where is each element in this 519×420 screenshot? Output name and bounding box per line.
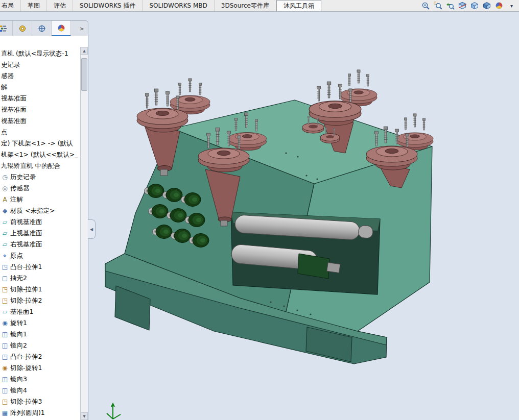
feature-tree-item[interactable]: ◳切除-拉伸2 xyxy=(0,295,81,306)
zoom-to-fit-icon[interactable] xyxy=(421,2,430,10)
feature-tree-item[interactable]: ▱上视基准面 xyxy=(0,228,81,239)
panel-tab-propertymanager[interactable] xyxy=(13,21,32,36)
mirror-icon: ◫ xyxy=(1,387,9,394)
panel-tab-strip: > xyxy=(0,20,88,37)
feature-tree-item[interactable]: ◫镜向4 xyxy=(0,385,81,396)
feature-tree-item[interactable]: ◳凸台-拉伸2 xyxy=(0,351,81,362)
feature-tree-item[interactable]: ◷历史记录 xyxy=(0,171,81,183)
panel-tab-featuremanager[interactable] xyxy=(0,21,13,36)
cut-extrude-icon: ◳ xyxy=(1,297,9,304)
view-orientation-icon[interactable] xyxy=(470,2,479,10)
feature-tree-item-label: 右视基准面 xyxy=(10,240,42,249)
feature-tree-item[interactable]: ◆材质 <未指定> xyxy=(0,205,81,216)
feature-tree-item[interactable]: ◎感器 xyxy=(0,70,81,82)
view-toolbar: ▾ xyxy=(421,0,516,11)
feature-tree-item[interactable]: ◳切除-拉伸3 xyxy=(0,396,81,407)
plane-icon: ▱ xyxy=(1,308,9,315)
panel-expand-arrow[interactable]: > xyxy=(76,21,88,36)
feature-tree: ▣直机 (默认<显示状态-1◷史记录◎感器A解▱视基准面▱视基准面▱视基准面⌖点… xyxy=(0,48,81,418)
feature-tree-item[interactable]: ◉旋转1 xyxy=(0,317,81,329)
feature-tree-item-label: 直机 (默认<显示状态-1 xyxy=(1,50,68,58)
feature-tree-item-label: 基准面1 xyxy=(10,308,33,316)
roller-opening[interactable] xyxy=(231,212,380,294)
feature-tree-item-label: 定) 下机架<1> -> (默认 xyxy=(1,139,73,148)
plane-icon: ▱ xyxy=(1,241,9,248)
feature-tree-item[interactable]: ◷史记录 xyxy=(0,59,81,70)
zoom-to-area-icon[interactable] xyxy=(434,2,442,10)
ribbon-tab[interactable]: 3DSource零件库 xyxy=(215,0,276,11)
scroll-down-button[interactable]: ▼ xyxy=(81,412,88,420)
scroll-up-button[interactable]: ▲ xyxy=(81,47,88,55)
panel-scrollbar[interactable]: ▲ ▼ xyxy=(80,47,88,420)
feature-tree-item[interactable]: ◳凸台-拉伸1 xyxy=(0,261,81,273)
feature-tree-item[interactable]: ◫镜向3 xyxy=(0,374,81,385)
boss-extrude-icon: ◳ xyxy=(1,263,9,270)
feature-tree-item-label: 史记录 xyxy=(1,61,20,69)
sensor-icon: ◎ xyxy=(1,185,9,192)
feature-tree-item[interactable]: ◎传感器 xyxy=(0,183,81,194)
panel-tab-dimxpert[interactable] xyxy=(32,21,52,36)
feature-tree-item-label: 切除-拉伸2 xyxy=(10,297,42,305)
previous-view-icon[interactable] xyxy=(446,2,455,10)
feature-tree-item[interactable]: ▦阵列(圆周)1 xyxy=(0,407,81,418)
section-view-icon[interactable] xyxy=(458,2,467,10)
feature-tree-item[interactable]: ▱前视基准面 xyxy=(0,216,81,228)
scroll-thumb[interactable] xyxy=(81,58,87,91)
feature-tree-item[interactable]: ⌖原点 xyxy=(0,250,81,261)
feature-tree-item-label: 阵列(圆周)1 xyxy=(10,409,45,417)
feature-tree-item-label: 注解 xyxy=(10,195,23,204)
feature-tree-item-label: 前视基准面 xyxy=(10,218,42,227)
ribbon-tab[interactable]: 评估 xyxy=(47,0,73,11)
feature-tree-item-label: 镜向4 xyxy=(10,386,27,395)
feature-tree-item-label: 凸台-拉伸2 xyxy=(10,353,42,361)
feature-tree-item[interactable]: ◉切除-旋转1 xyxy=(0,362,81,374)
plane-icon: ▱ xyxy=(1,218,9,226)
feature-tree-item[interactable]: ▤定) 下机架<1> -> (默认 xyxy=(0,138,81,149)
feature-tree-item-label: 材质 <未指定> xyxy=(10,207,55,215)
feature-tree-item[interactable]: ▱视基准面 xyxy=(0,115,81,127)
feature-tree-item[interactable]: ▢抽壳2 xyxy=(0,273,81,284)
edit-appearance-icon[interactable] xyxy=(495,2,504,10)
feature-tree-item-label: 视基准面 xyxy=(1,117,27,126)
feature-tree-item[interactable]: ▤机架<1> (默认<<默认>_ xyxy=(0,149,81,160)
feature-tree-item[interactable]: ▱右视基准面 xyxy=(0,239,81,250)
feature-tree-item-label: 解 xyxy=(1,83,8,92)
display-style-icon[interactable] xyxy=(483,2,491,10)
feature-tree-item[interactable]: ▣直机 (默认<显示状态-1 xyxy=(0,48,81,59)
ribbon-tab[interactable]: 布局 xyxy=(0,0,21,11)
feature-tree-item-label: 视基准面 xyxy=(1,106,27,114)
feature-tree-item-label: 切除-拉伸1 xyxy=(10,285,42,294)
ribbon-tab[interactable]: 沐风工具箱 xyxy=(276,0,321,11)
ribbon-tab[interactable]: 草图 xyxy=(21,0,47,11)
ribbon-tab[interactable]: SOLIDWORKS 插件 xyxy=(73,0,143,11)
history-icon: ◷ xyxy=(1,174,9,181)
feature-tree-item-label: 九辊矫直机 中的配合 xyxy=(1,162,60,170)
feature-tree-item-label: 旋转1 xyxy=(10,319,27,328)
panel-tab-displaymanager[interactable] xyxy=(52,21,71,36)
feature-manager-panel: ▣直机 (默认<显示状态-1◷史记录◎感器A解▱视基准面▱视基准面▱视基准面⌖点… xyxy=(0,36,88,420)
feature-tree-item[interactable]: ▱视基准面 xyxy=(0,93,81,104)
feature-tree-item[interactable]: ▱视基准面 xyxy=(0,104,81,115)
feature-tree-item[interactable]: ⌖点 xyxy=(0,127,81,138)
feature-tree-item[interactable]: A解 xyxy=(0,82,81,93)
pattern-icon: ▦ xyxy=(1,409,9,416)
feature-tree-item[interactable]: ∞九辊矫直机 中的配合 xyxy=(0,160,81,171)
feature-tree-item[interactable]: A注解 xyxy=(0,194,81,205)
feature-tree-item[interactable]: ◳切除-拉伸1 xyxy=(0,284,81,295)
feature-tree-item[interactable]: ▱基准面1 xyxy=(0,306,81,317)
feature-tree-item-label: 凸台-拉伸1 xyxy=(10,263,42,271)
material-icon: ◆ xyxy=(1,207,9,214)
dropdown-caret[interactable]: ▾ xyxy=(507,2,516,10)
mirror-icon: ◫ xyxy=(1,376,9,383)
annotations-icon: A xyxy=(1,196,9,203)
feature-tree-item[interactable]: ◫镜向1 xyxy=(0,329,81,340)
ribbon-tab[interactable]: SOLIDWORKS MBD xyxy=(143,0,214,11)
cut-extrude-icon: ◳ xyxy=(1,398,9,405)
feature-tree-item[interactable]: ◫镜向2 xyxy=(0,340,81,351)
feature-tree-item-label: 机架<1> (默认<<默认>_ xyxy=(1,151,78,159)
feature-tree-item-label: 上视基准面 xyxy=(10,229,42,238)
feature-tree-item-label: 原点 xyxy=(10,252,23,260)
panel-collapse-handle[interactable]: ◀ xyxy=(88,219,96,239)
cut-extrude-icon: ◳ xyxy=(1,286,9,293)
feature-tree-item-label: 抽壳2 xyxy=(10,274,27,283)
